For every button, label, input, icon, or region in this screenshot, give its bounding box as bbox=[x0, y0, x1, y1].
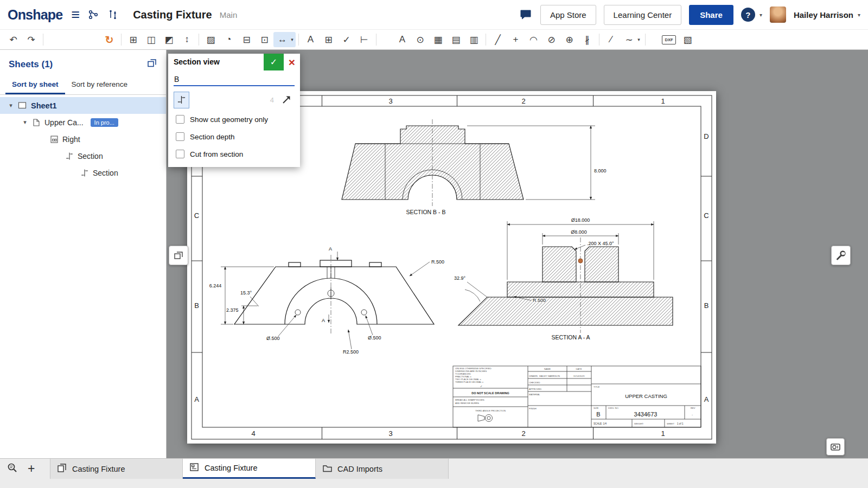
dimension-text[interactable]: 6.244 bbox=[209, 283, 222, 288]
hole-table-icon[interactable]: ▥ bbox=[465, 32, 483, 47]
redo-icon[interactable]: ↷ bbox=[22, 32, 40, 47]
section-view-icon[interactable]: ↕ bbox=[178, 32, 196, 47]
centermark-icon[interactable]: + bbox=[507, 32, 525, 47]
export-dxf-icon[interactable]: DXF bbox=[662, 35, 676, 44]
dimension-text[interactable]: Ø8.000 bbox=[571, 229, 587, 235]
dimension-text[interactable]: R.500 bbox=[533, 298, 546, 303]
text-icon[interactable]: A bbox=[393, 32, 411, 47]
table-icon[interactable]: ▦ bbox=[429, 32, 447, 47]
selected-vertex[interactable] bbox=[578, 259, 583, 263]
dimension-text[interactable]: 32.9° bbox=[454, 275, 466, 281]
chevron-down-icon[interactable]: ▾ bbox=[8, 102, 14, 109]
search-tabs-icon[interactable] bbox=[7, 462, 18, 476]
circular-centerline-icon[interactable]: ◠ bbox=[525, 32, 542, 47]
note-icon[interactable]: A bbox=[302, 32, 320, 47]
close-icon[interactable]: × bbox=[284, 54, 300, 70]
geometric-tolerance-icon[interactable]: ⊞ bbox=[320, 32, 337, 47]
learning-center-button[interactable]: Learning Center bbox=[604, 5, 682, 25]
dimension-text[interactable]: 2.375 bbox=[226, 307, 239, 313]
help-icon[interactable]: ? bbox=[741, 8, 755, 22]
avatar[interactable] bbox=[770, 7, 786, 23]
dimension-text[interactable]: Ø.500 bbox=[266, 336, 280, 341]
zone-label: C bbox=[194, 211, 199, 220]
hamburger-menu-icon[interactable]: ≡ bbox=[71, 8, 80, 22]
section-name-input[interactable] bbox=[174, 73, 295, 86]
toolbar-gap bbox=[648, 40, 659, 40]
undo-icon[interactable]: ↶ bbox=[4, 32, 22, 47]
zone-label: C bbox=[704, 211, 709, 220]
branch-compare-icon[interactable] bbox=[107, 9, 119, 21]
dock-panel-icon[interactable] bbox=[147, 58, 157, 70]
checkbox[interactable] bbox=[176, 132, 184, 141]
user-name[interactable]: Hailey Harrison bbox=[794, 10, 853, 20]
chevron-down-icon[interactable]: ▾ bbox=[22, 119, 28, 126]
flip-direction-icon[interactable] bbox=[278, 92, 295, 108]
section-aa-view[interactable]: Ø18.000 Ø8.000 .200 X 45.0° 32.9° R.500 … bbox=[454, 217, 673, 341]
insert-image-icon[interactable]: ▧ bbox=[679, 32, 697, 47]
tree-item-sheet1[interactable]: ▾ Sheet1 bbox=[0, 97, 166, 114]
spline-menu-caret-icon[interactable]: ▾ bbox=[635, 32, 642, 47]
update-views-icon[interactable]: ↻ bbox=[100, 32, 118, 47]
tree-item-upper-casting[interactable]: ▾ Upper Ca... In pro... bbox=[0, 114, 166, 131]
confirm-button[interactable]: ✓ bbox=[264, 54, 284, 70]
sheet-overlay-button[interactable] bbox=[169, 246, 188, 265]
balloon-icon[interactable]: ⊙ bbox=[411, 32, 429, 47]
tree-item-label: Upper Ca... bbox=[44, 118, 84, 127]
comments-icon[interactable] bbox=[519, 8, 533, 22]
detail-view-icon[interactable]: ◔ bbox=[220, 32, 238, 47]
svg-text:FINISH: FINISH bbox=[529, 407, 537, 410]
section-line-style-button[interactable] bbox=[174, 92, 189, 108]
tab-sort-by-reference[interactable]: Sort by reference bbox=[65, 76, 135, 94]
tree-item-label: Section bbox=[78, 152, 103, 160]
versions-icon[interactable] bbox=[87, 9, 99, 21]
tree-item-section-2[interactable]: Section bbox=[0, 164, 166, 181]
surface-finish-icon[interactable]: ✓ bbox=[337, 32, 355, 47]
dimension-text[interactable]: R.500 bbox=[431, 259, 444, 265]
dimension-text[interactable]: 8.000 bbox=[594, 168, 607, 174]
tab-casting-fixture-drawing[interactable]: Casting Fixture bbox=[183, 459, 316, 479]
dimension-text[interactable]: Ø.500 bbox=[368, 335, 381, 341]
add-tab-icon[interactable]: + bbox=[28, 463, 35, 475]
option-show-cut-geometry[interactable]: Show cut geometry only bbox=[168, 111, 300, 128]
insert-view-icon[interactable]: ⊞ bbox=[124, 32, 142, 47]
tab-cad-imports[interactable]: CAD Imports bbox=[316, 459, 449, 479]
bom-table-icon[interactable]: ▤ bbox=[447, 32, 465, 47]
tab-label: Casting Fixture bbox=[205, 464, 258, 472]
checkbox[interactable] bbox=[176, 115, 184, 124]
section-bb-view[interactable]: 8.000 SECTION B - B bbox=[342, 119, 607, 215]
centerline-icon[interactable]: ╱ bbox=[489, 32, 507, 47]
measure-tool-button[interactable] bbox=[826, 438, 845, 455]
crop-view-icon[interactable]: ⊡ bbox=[256, 32, 273, 47]
checkbox[interactable] bbox=[176, 150, 184, 158]
help-caret-icon[interactable]: ▾ bbox=[760, 12, 762, 18]
option-section-depth[interactable]: Section depth bbox=[168, 128, 300, 145]
tools-wrench-button[interactable] bbox=[831, 246, 851, 265]
workspace-name[interactable]: Main bbox=[220, 10, 238, 20]
break-line-icon[interactable]: ∦ bbox=[578, 32, 596, 47]
line-tool-icon[interactable]: ∕ bbox=[602, 32, 620, 47]
dimension-text[interactable]: .200 X 45.0° bbox=[587, 241, 614, 246]
break-view-icon[interactable]: ⊟ bbox=[238, 32, 256, 47]
tab-sort-by-sheet[interactable]: Sort by sheet bbox=[5, 76, 65, 94]
tree-item-right-view[interactable]: Right bbox=[0, 131, 166, 147]
option-cut-from-section[interactable]: Cut from section bbox=[168, 145, 300, 163]
share-button[interactable]: Share bbox=[689, 5, 733, 25]
app-store-button[interactable]: App Store bbox=[540, 5, 596, 25]
weld-symbol-icon[interactable]: ⊢ bbox=[355, 32, 373, 47]
dimension-text[interactable]: Ø18.000 bbox=[571, 217, 590, 223]
user-menu-caret-icon[interactable]: ▾ bbox=[858, 12, 860, 18]
dimension-text[interactable]: R2.500 bbox=[343, 349, 359, 355]
show-hidden-icon[interactable]: ⊕ bbox=[560, 32, 578, 47]
tree-item-label: Right bbox=[62, 135, 80, 144]
tangent-edge-icon[interactable]: ⊘ bbox=[542, 32, 560, 47]
tree-item-section-1[interactable]: Section bbox=[0, 147, 166, 164]
dimension-text[interactable]: 15.3° bbox=[240, 290, 252, 296]
projected-view-icon[interactable]: ◫ bbox=[142, 32, 160, 47]
onshape-logo[interactable]: Onshape bbox=[8, 7, 62, 23]
broken-section-icon[interactable]: ▨ bbox=[202, 32, 220, 47]
front-view[interactable]: A A R.500 6.244 15.3° 2.375 Ø.500 Ø.500 bbox=[209, 246, 444, 355]
dimension-menu-caret-icon[interactable]: ▾ bbox=[289, 32, 296, 47]
auxiliary-view-icon[interactable]: ◩ bbox=[160, 32, 178, 47]
svg-text:WEIGHT:: WEIGHT: bbox=[634, 422, 643, 425]
tab-casting-fixture-partstudio[interactable]: Casting Fixture bbox=[50, 459, 183, 479]
